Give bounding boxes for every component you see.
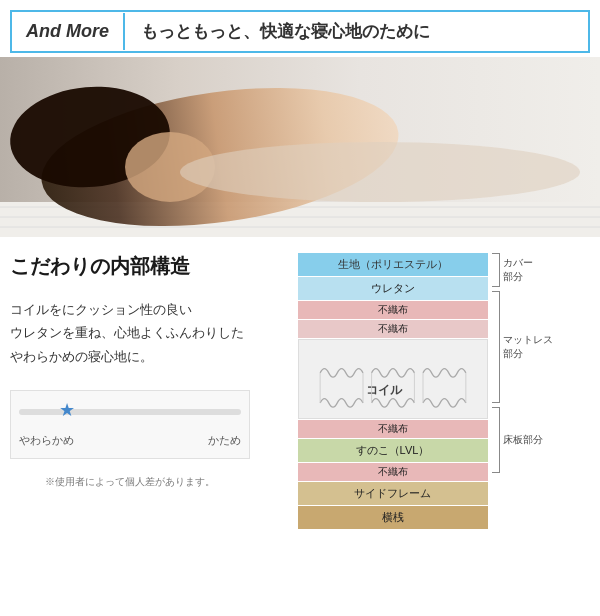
- layer-cross-beam: 横桟: [298, 506, 488, 529]
- layer-side-frame: サイドフレーム: [298, 482, 488, 505]
- svg-point-8: [180, 142, 580, 202]
- desc-line2: ウレタンを重ね、心地よくふんわりした: [10, 321, 250, 344]
- diagram-wrapper: 生地（ポリエステル） ウレタン 不織布 不織布 コイル: [260, 253, 590, 530]
- bracket-floor-line: [492, 407, 500, 473]
- layer-nonwoven4: 不織布: [298, 463, 488, 481]
- scale-bar: ★: [19, 409, 241, 415]
- scale-note: ※使用者によって個人差があります。: [10, 475, 250, 489]
- header-bar: And More もっともっと、快適な寝心地のために: [10, 10, 590, 53]
- coil-svg: コイル: [299, 360, 487, 419]
- bracket-mattress: マットレス部分: [492, 291, 553, 403]
- desc-line3: やわらかめの寝心地に。: [10, 345, 250, 368]
- hero-image: [0, 57, 600, 237]
- right-panel: 生地（ポリエステル） ウレタン 不織布 不織布 コイル: [260, 253, 590, 530]
- section-description: コイルをにクッション性の良い ウレタンを重ね、心地よくふんわりした やわらかめの…: [10, 298, 250, 368]
- and-more-badge: And More: [12, 13, 125, 50]
- layer-nonwoven2: 不織布: [298, 320, 488, 338]
- desc-line1: コイルをにクッション性の良い: [10, 298, 250, 321]
- bracket-mattress-line: [492, 291, 500, 403]
- bracket-floor: 床板部分: [492, 407, 553, 473]
- scale-star-icon: ★: [59, 399, 75, 421]
- bracket-cover: カバー部分: [492, 253, 553, 287]
- layer-coil: コイル: [298, 339, 488, 419]
- hero-illustration: [0, 57, 600, 237]
- softness-scale: ★ やわらかめ かため: [10, 390, 250, 459]
- header-title: もっともっと、快適な寝心地のために: [125, 12, 446, 51]
- bracket-cover-label: カバー部分: [500, 253, 533, 287]
- bracket-labels: カバー部分 マットレス部分 床板部分: [492, 253, 553, 473]
- main-content: こだわりの内部構造 コイルをにクッション性の良い ウレタンを重ね、心地よくふんわ…: [0, 237, 600, 546]
- scale-labels: やわらかめ かため: [19, 433, 241, 448]
- layer-fabric: 生地（ポリエステル）: [298, 253, 488, 276]
- layer-sunoko: すのこ（LVL）: [298, 439, 488, 462]
- bracket-floor-label: 床板部分: [500, 407, 543, 473]
- layers-stack: 生地（ポリエステル） ウレタン 不織布 不織布 コイル: [298, 253, 488, 530]
- layer-urethane: ウレタン: [298, 277, 488, 300]
- left-panel: こだわりの内部構造 コイルをにクッション性の良い ウレタンを重ね、心地よくふんわ…: [10, 253, 250, 530]
- scale-label-firm: かため: [208, 433, 241, 448]
- bracket-cover-line: [492, 253, 500, 287]
- layer-nonwoven1: 不織布: [298, 301, 488, 319]
- bracket-mattress-label: マットレス部分: [500, 291, 553, 403]
- scale-label-soft: やわらかめ: [19, 433, 74, 448]
- section-title: こだわりの内部構造: [10, 253, 250, 280]
- layer-nonwoven3: 不織布: [298, 420, 488, 438]
